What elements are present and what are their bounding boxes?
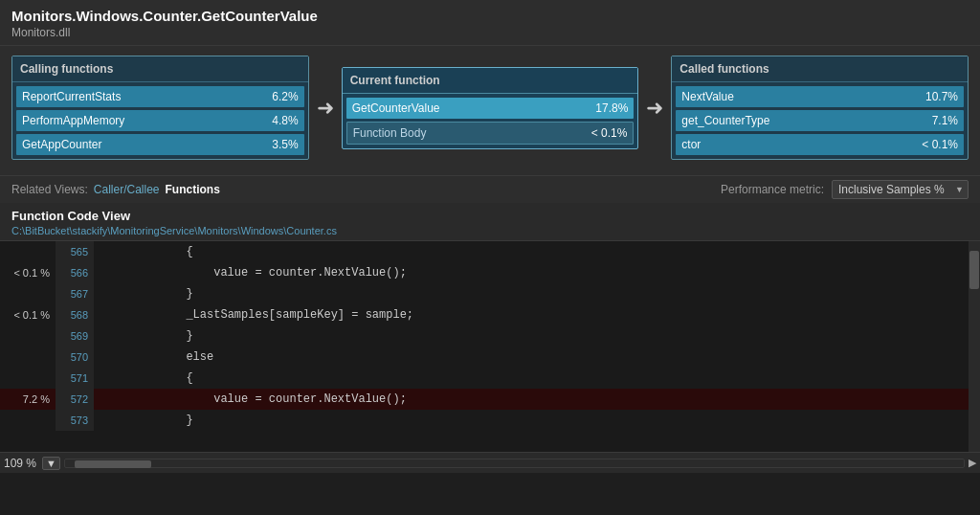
calling-item-1-name: PerformAppMemory [22, 114, 124, 127]
table-row: 573 } [0, 410, 969, 431]
zoom-level: 109 % [4, 457, 38, 470]
calling-item-1-val: 4.8% [272, 114, 298, 127]
line-num-565: 565 [56, 241, 94, 262]
line-code-565: { [94, 241, 969, 262]
calling-item-0-val: 6.2% [272, 90, 298, 103]
line-code-569: } [94, 325, 969, 347]
line-num-572: 572 [56, 389, 94, 410]
line-num-568: 568 [56, 304, 94, 325]
table-row: < 0.1 % 566 value = counter.NextValue(); [0, 262, 969, 283]
line-num-566: 566 [56, 262, 94, 283]
called-item-0-val: 10.7% [925, 90, 958, 103]
scrollbar-thumb-h[interactable] [75, 460, 151, 468]
table-row: 7.2 % 572 value = counter.NextValue(); [0, 389, 969, 410]
code-main: 565 { < 0.1 % 566 value = counter.NextVa… [0, 241, 980, 452]
called-functions-items: NextValue 10.7% get_CounterType 7.1% cto… [672, 82, 968, 159]
called-item-2[interactable]: ctor < 0.1% [676, 134, 964, 155]
calling-functions-box: Calling functions ReportCurrentStats 6.2… [11, 56, 309, 160]
metric-select[interactable]: Inclusive Samples % Exclusive Samples % … [832, 180, 969, 199]
table-row: 565 { [0, 241, 969, 262]
callee-boxes: Calling functions ReportCurrentStats 6.2… [11, 56, 969, 160]
line-code-567: } [94, 283, 969, 304]
current-function-items: GetCounterValue 17.8% Function Body < 0.… [343, 94, 638, 148]
related-link-functions[interactable]: Functions [166, 183, 220, 196]
red-code-566: value = counter.NextValue(); [213, 266, 407, 280]
table-row: 571 { [0, 368, 969, 389]
current-item-1[interactable]: Function Body < 0.1% [346, 122, 635, 145]
called-item-0[interactable]: NextValue 10.7% [676, 86, 964, 107]
table-row: 570 else [0, 347, 969, 368]
related-views-label: Related Views: [11, 183, 88, 196]
zoom-dropdown-btn[interactable]: ▼ [42, 457, 60, 470]
line-num-573: 573 [56, 410, 94, 431]
code-lines: 565 { < 0.1 % 566 value = counter.NextVa… [0, 241, 969, 431]
current-item-1-val: < 0.1% [591, 126, 628, 140]
line-num-567: 567 [56, 283, 94, 304]
line-code-572: value = counter.NextValue(); [94, 389, 969, 410]
calling-item-2[interactable]: GetAppCounter 3.5% [16, 134, 304, 155]
code-view-title: Function Code View [11, 209, 969, 223]
header: Monitors.Windows.Counter.GetCounterValue… [0, 0, 980, 46]
called-item-1-name: get_CounterType [681, 114, 769, 127]
right-arrow-icon: ➜ [646, 96, 663, 121]
current-function-box: Current function GetCounterValue 17.8% F… [342, 67, 639, 149]
called-item-1[interactable]: get_CounterType 7.1% [676, 110, 964, 131]
called-item-2-val: < 0.1% [922, 138, 958, 151]
code-lines-wrapper: 565 { < 0.1 % 566 value = counter.NextVa… [0, 241, 969, 452]
code-section: Function Code View C:\BitBucket\stackify… [0, 203, 980, 473]
current-item-0-val: 17.8% [595, 101, 628, 115]
table-row: < 0.1 % 568 _LastSamples[sampleKey] = sa… [0, 304, 969, 325]
table-row: 569 } [0, 325, 969, 347]
called-item-2-name: ctor [681, 138, 701, 151]
horizontal-scrollbar[interactable] [64, 459, 965, 468]
line-code-568: _LastSamples[sampleKey] = sample; [94, 304, 969, 325]
called-functions-label: Called functions [672, 56, 968, 82]
line-code-566: value = counter.NextValue(); [94, 262, 969, 283]
calling-functions-label: Calling functions [12, 56, 308, 82]
line-num-570: 570 [56, 347, 94, 368]
red-code-568: _LastSamples[sampleKey] = sample; [186, 308, 413, 322]
called-item-1-val: 7.1% [932, 114, 958, 127]
line-pct-566: < 0.1 % [0, 267, 56, 279]
called-functions-box: Called functions NextValue 10.7% get_Cou… [671, 56, 969, 160]
performance-metric-label: Performance metric: [721, 183, 824, 196]
calling-item-0[interactable]: ReportCurrentStats 6.2% [16, 86, 304, 107]
table-row: 567 } [0, 283, 969, 304]
scroll-right-icon[interactable]: ▶ [969, 457, 976, 469]
code-file-path[interactable]: C:\BitBucket\stackify\MonitoringService\… [11, 225, 969, 236]
current-item-1-name: Function Body [353, 126, 427, 140]
vertical-scrollbar[interactable] [969, 241, 980, 452]
performance-metric-row: Performance metric: Inclusive Samples % … [721, 180, 969, 199]
dll-subtitle: Monitors.dll [11, 26, 969, 39]
line-num-571: 571 [56, 368, 94, 389]
called-item-0-name: NextValue [681, 90, 733, 103]
line-code-571: { [94, 368, 969, 389]
calling-item-2-name: GetAppCounter [22, 138, 101, 151]
related-views-left: Related Views: Caller/Callee Functions [11, 183, 220, 196]
current-function-label: Current function [343, 68, 638, 94]
calling-item-2-val: 3.5% [272, 138, 298, 151]
calling-item-1[interactable]: PerformAppMemory 4.8% [16, 110, 304, 131]
calling-functions-items: ReportCurrentStats 6.2% PerformAppMemory… [12, 82, 308, 159]
bottom-bar: 109 % ▼ ▶ [0, 452, 980, 473]
code-body: 565 { < 0.1 % 566 value = counter.NextVa… [0, 241, 980, 452]
line-code-570: else [94, 347, 969, 368]
page-title: Monitors.Windows.Counter.GetCounterValue [11, 8, 969, 24]
code-header: Function Code View C:\BitBucket\stackify… [0, 203, 980, 241]
red-code-572: value = counter.NextValue(); [213, 392, 407, 406]
related-link-caller-callee[interactable]: Caller/Callee [94, 183, 160, 196]
calling-item-0-name: ReportCurrentStats [22, 90, 121, 103]
current-item-0[interactable]: GetCounterValue 17.8% [346, 98, 635, 119]
current-item-0-name: GetCounterValue [352, 101, 440, 115]
metric-select-wrapper[interactable]: Inclusive Samples % Exclusive Samples % … [832, 180, 969, 199]
callee-section: Calling functions ReportCurrentStats 6.2… [0, 46, 980, 175]
related-views-row: Related Views: Caller/Callee Functions P… [0, 175, 980, 203]
left-arrow-icon: ➜ [317, 96, 334, 121]
line-num-569: 569 [56, 325, 94, 347]
line-code-573: } [94, 410, 969, 431]
line-pct-572: 7.2 % [0, 393, 56, 405]
scrollbar-thumb-v[interactable] [969, 251, 979, 289]
line-pct-568: < 0.1 % [0, 309, 56, 321]
